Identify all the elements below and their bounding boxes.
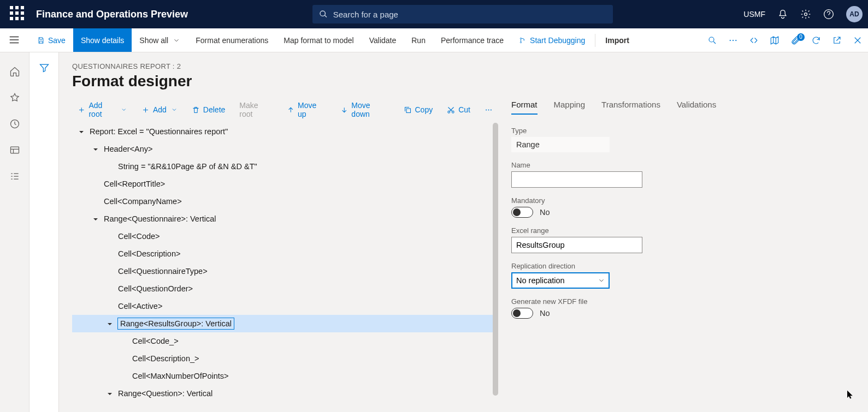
xfdf-value: No (540, 309, 550, 318)
avatar[interactable]: AD (846, 6, 863, 22)
collapse-icon[interactable] (93, 145, 101, 153)
tab-transformations[interactable]: Transformations (601, 100, 660, 115)
tree-row[interactable]: Report: Excel = "Questionnaires report" (72, 123, 498, 140)
svg-point-13 (486, 109, 487, 110)
mandatory-toggle[interactable] (511, 207, 533, 218)
chevron-down-icon (121, 106, 127, 113)
popout-button[interactable] (826, 35, 847, 45)
tree-scrollbar[interactable] (493, 123, 498, 396)
map-format-button[interactable]: Map format to model (276, 28, 361, 52)
copy-button[interactable]: Copy (398, 101, 439, 118)
replication-label: Replication direction (511, 262, 648, 270)
close-button[interactable] (847, 35, 868, 45)
tree-row[interactable]: Range<Questionnaire>: Vertical (72, 210, 498, 228)
svg-point-14 (488, 109, 489, 110)
tree-scrollbar-thumb[interactable] (493, 123, 498, 396)
name-input[interactable] (511, 171, 642, 188)
tree-node-label: Cell<Code> (118, 231, 160, 242)
replication-select[interactable]: No replication (511, 272, 610, 289)
tree-row[interactable]: Range<Question>: Vertical (72, 385, 498, 402)
delete-button[interactable]: Delete (186, 101, 231, 118)
save-button[interactable]: Save (29, 28, 73, 52)
workspaces-icon[interactable] (8, 143, 22, 157)
format-form: Type Range Name Mandatory No Excel range (511, 127, 648, 319)
add-button[interactable]: Add (136, 101, 183, 118)
gear-icon[interactable] (800, 9, 811, 20)
nav-toggle-icon[interactable] (8, 34, 21, 47)
tree-row[interactable]: Cell<ReportTitle> (72, 175, 498, 193)
format-enumerations-button[interactable]: Format enumerations (188, 28, 276, 52)
start-debugging-button[interactable]: Start Debugging (511, 28, 593, 52)
favorites-icon[interactable] (8, 91, 22, 105)
excel-range-input[interactable] (511, 237, 642, 253)
modules-icon[interactable] (8, 169, 22, 183)
overflow-button[interactable] (723, 35, 743, 45)
collapse-icon[interactable] (107, 390, 115, 397)
search-input[interactable] (333, 10, 606, 19)
tree-node-label: Cell<QuestionOrder> (118, 283, 193, 294)
add-root-button[interactable]: Add root (72, 101, 133, 118)
tree-row[interactable]: Cell<Code> (72, 228, 498, 245)
refresh-button[interactable] (806, 35, 826, 45)
field-type: Type Range (511, 127, 648, 152)
tree-node-label: Range<Questionnaire>: Vertical (104, 213, 216, 224)
cut-button[interactable]: Cut (441, 101, 476, 118)
tree-toolbar: Add root Add Delete Make root Mov (72, 100, 498, 120)
xfdf-toggle[interactable] (511, 308, 533, 319)
field-mandatory: Mandatory No (511, 196, 648, 218)
filter-icon (39, 62, 50, 73)
connector-icon[interactable] (743, 35, 764, 45)
tree-row[interactable]: Range<ResultsGroup>: Vertical (72, 315, 498, 332)
collapse-icon[interactable] (79, 128, 86, 135)
tree-node-label: Cell<MaxNumberOfPoints> (132, 371, 229, 381)
tree-row[interactable]: Cell<Description_> (72, 350, 498, 367)
map-icon[interactable] (764, 35, 785, 45)
collapse-icon[interactable] (93, 215, 101, 223)
run-button[interactable]: Run (404, 28, 433, 52)
tab-validations[interactable]: Validations (677, 100, 716, 115)
tab-mapping[interactable]: Mapping (554, 100, 586, 115)
show-details-button[interactable]: Show details (73, 28, 132, 52)
left-nav-rail (0, 52, 29, 412)
recent-icon[interactable] (8, 117, 22, 131)
collapse-icon[interactable] (107, 320, 115, 327)
filter-pane-toggle[interactable] (29, 52, 59, 412)
divider (595, 34, 595, 47)
move-down-button[interactable]: Move down (335, 101, 395, 118)
tree-node-label: Cell<ReportTitle> (104, 178, 165, 189)
home-icon[interactable] (8, 64, 22, 79)
tree-row[interactable]: Cell<CompanyName> (72, 193, 498, 210)
tree-row[interactable]: Cell<QuestionOrder> (72, 280, 498, 297)
tree-row[interactable]: Cell<MaxNumberOfPoints> (72, 367, 498, 385)
tab-format[interactable]: Format (511, 100, 538, 115)
company-code[interactable]: USMF (743, 10, 765, 19)
attachments-button[interactable]: 0 (785, 35, 806, 45)
notifications-icon[interactable] (777, 9, 788, 20)
move-up-button[interactable]: Move up (281, 101, 332, 118)
tree-overflow-button[interactable] (479, 101, 498, 118)
show-all-button[interactable]: Show all (132, 28, 188, 52)
tree-node-label: Cell<QuestionnaireType> (118, 266, 208, 277)
tree-node-label: Cell<Active> (118, 301, 162, 312)
tree-row[interactable]: Cell<Description> (72, 245, 498, 262)
tree-scroll: Report: Excel = "Questionnaires report"H… (72, 123, 498, 412)
global-search[interactable] (312, 5, 613, 23)
tree-row[interactable]: Cell<Code_> (72, 332, 498, 350)
help-icon[interactable] (823, 9, 834, 20)
performance-trace-button[interactable]: Performance trace (433, 28, 511, 52)
tree-row[interactable]: Header<Any> (72, 140, 498, 158)
save-label: Save (48, 36, 66, 45)
find-button[interactable] (702, 35, 723, 45)
validate-button[interactable]: Validate (362, 28, 404, 52)
tree-row[interactable]: Cell<Active> (72, 297, 498, 315)
tree-row[interactable]: Cell<QuestionnaireType> (72, 262, 498, 280)
breadcrumb: QUESTIONNAIRES REPORT : 2 (72, 62, 855, 70)
tree-panel: Add root Add Delete Make root Mov (72, 100, 498, 412)
tree-row[interactable]: String = "&R&10Page &P of &N &D &T" (72, 158, 498, 175)
app-launcher-icon[interactable] (10, 6, 26, 22)
tree-node-label: Report: Excel = "Questionnaires report" (90, 126, 228, 137)
format-tree[interactable]: Report: Excel = "Questionnaires report"H… (72, 123, 498, 402)
tree-node-label: Cell<Description> (118, 248, 180, 259)
xfdf-label: Generate new XFDF file (511, 297, 648, 306)
import-button[interactable]: Import (598, 28, 637, 52)
